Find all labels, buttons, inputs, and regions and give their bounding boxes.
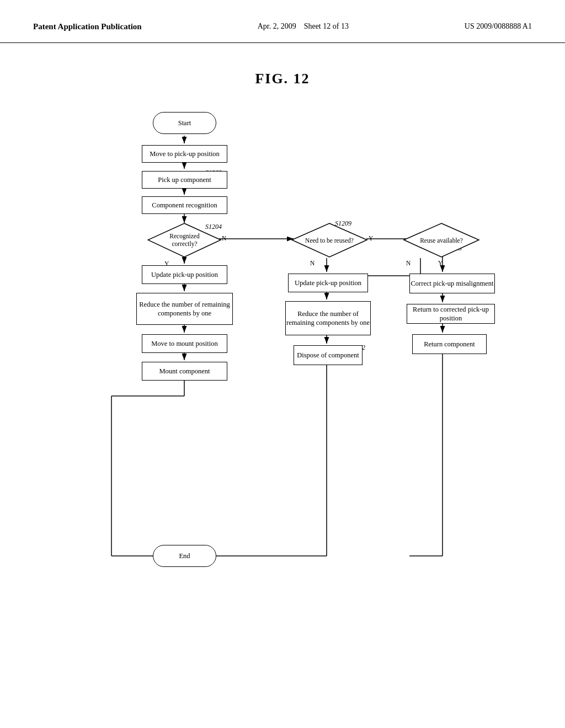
end-node: End [153, 545, 216, 567]
reduce-remaining-1-node: Reduce the number of remaining component… [136, 293, 233, 325]
need-reused-y-label: Y [369, 235, 373, 242]
mount-component-node: Mount component [142, 362, 227, 381]
arrows-svg [56, 104, 509, 683]
recognized-correctly-node: Recognized correctly? [147, 222, 222, 258]
figure-title: FIG. 12 [0, 71, 565, 87]
need-reused-node: Need to be reused? [291, 222, 368, 258]
header-date: Apr. 2, 2009 [258, 22, 296, 30]
header-publication: Patent Application Publication [33, 22, 142, 31]
move-mount-node: Move to mount position [142, 334, 227, 353]
header-center: Apr. 2, 2009 Sheet 12 of 13 [258, 22, 349, 31]
pick-component-node: Pick up component [142, 171, 227, 189]
update-pickup-2-node: Update pick-up position [288, 274, 368, 292]
return-component-node: Return component [412, 334, 487, 354]
reuse-available-n-label: N [406, 260, 411, 266]
flowchart-diagram: Start S1201 Move to pick-up position S12… [56, 104, 509, 683]
correct-pickup-node: Correct pick-up misalignment [409, 274, 495, 293]
page-header: Patent Application Publication Apr. 2, 2… [0, 0, 565, 43]
dispose-component-node: Dispose of component [294, 345, 363, 365]
reduce-remaining-2-node: Reduce the number of remaining component… [285, 301, 371, 335]
reuse-available-y-label: Y [438, 260, 443, 266]
header-sheet: Sheet 12 of 13 [304, 22, 349, 30]
start-node: Start [153, 112, 216, 134]
header-patent-num: US 2009/0088888 A1 [465, 22, 532, 31]
update-pickup-1-node: Update pick-up position [142, 265, 227, 284]
return-corrected-node: Return to corrected pick-up position [407, 304, 495, 324]
reuse-available-node: Reuse available? [403, 222, 480, 258]
recognized-n-label: N [222, 235, 226, 242]
move-pickup-node: Move to pick-up position [142, 145, 227, 163]
component-recognition-node: Component recognition [142, 196, 227, 214]
need-reused-n-label: N [310, 260, 315, 266]
